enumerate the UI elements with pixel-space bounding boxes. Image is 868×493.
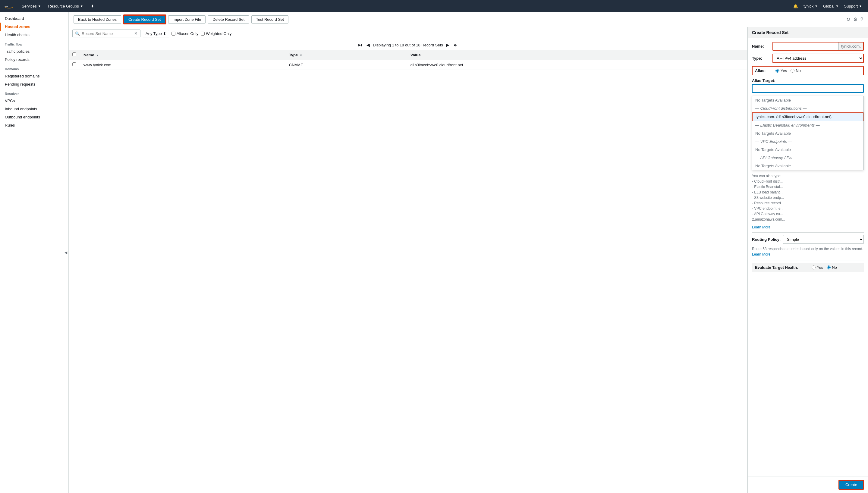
row-checkbox[interactable] [72, 62, 76, 66]
sidebar-item-hosted-zones[interactable]: Hosted zones [0, 23, 63, 31]
resolver-label: Resolver [0, 88, 63, 97]
alias-target-label: Alias Target: [752, 78, 776, 83]
sidebar-item-policy-records[interactable]: Policy records [0, 56, 63, 64]
health-no-radio[interactable] [827, 265, 831, 270]
sidebar-item-health-checks[interactable]: Health checks [0, 31, 63, 39]
type-row: Type: A – IPv4 address [752, 53, 864, 63]
name-input-group: tynick.com. [773, 42, 864, 51]
import-zone-file-button[interactable]: Import Zone File [168, 15, 206, 23]
alias-target-row: Alias Target: [752, 78, 864, 93]
routing-policy-select[interactable]: Simple [783, 235, 864, 244]
create-record-set-panel: Create Record Set Name: tynick.com. Type… [747, 27, 868, 493]
type-select-input[interactable]: A – IPv4 address [773, 53, 864, 63]
alias-no-radio[interactable] [790, 69, 795, 72]
alias-target-input[interactable] [752, 84, 864, 93]
health-no-label[interactable]: No [827, 265, 837, 270]
col-header-name: Name ▲ [80, 50, 285, 60]
create-panel-header: Create Record Set [748, 27, 868, 38]
sidebar-item-rules[interactable]: Rules [0, 121, 63, 129]
alias-target-dropdown: No Targets Available — CloudFront distri… [752, 96, 864, 170]
sidebar-item-dashboard[interactable]: Dashboard [0, 15, 63, 23]
sidebar-item-traffic-policies[interactable]: Traffic policies [0, 47, 63, 56]
create-record-set-button[interactable]: Create Record Set [124, 15, 166, 24]
weighted-only-checkbox[interactable] [201, 31, 204, 36]
user-menu[interactable]: tynick ▼ [801, 0, 820, 12]
weighted-only-checkbox-label[interactable]: Weighted Only [201, 31, 232, 36]
svg-text:aws: aws [5, 5, 8, 7]
type-label: Type: [752, 56, 770, 61]
search-input-wrap: 🔍 ✕ [72, 29, 140, 37]
health-yes-radio[interactable] [812, 265, 816, 270]
bookmark-icon[interactable]: ✦ [88, 3, 97, 9]
routing-policy-row: Routing Policy: Simple [752, 235, 864, 244]
aliases-only-checkbox-label[interactable]: Aliases Only [172, 31, 198, 36]
routing-learn-more-link[interactable]: Learn More [752, 252, 771, 256]
no-targets-item-3: No Targets Available [752, 146, 864, 154]
support-menu[interactable]: Support ▼ [842, 0, 864, 12]
notification-bell[interactable]: 🔔 [791, 0, 801, 12]
sidebar-item-vpcs[interactable]: VPCs [0, 97, 63, 105]
test-record-set-button[interactable]: Test Record Set [251, 15, 288, 23]
back-to-hosted-zones-button[interactable]: Back to Hosted Zones [73, 15, 121, 23]
sidebar-item-inbound-endpoints[interactable]: Inbound endpoints [0, 105, 63, 113]
col-header-type: Type ▼ [285, 50, 407, 60]
search-input[interactable] [82, 31, 132, 36]
delete-record-set-button[interactable]: Delete Record Set [208, 15, 249, 23]
sidebar-item-registered-domains[interactable]: Registered domains [0, 72, 63, 80]
record-value: d1s3itacebvwc0.cloudfront.net [407, 60, 747, 70]
learn-more-link[interactable]: Learn More [752, 225, 771, 229]
sidebar-item-outbound-endpoints[interactable]: Outbound endpoints [0, 113, 63, 121]
create-panel-body: Name: tynick.com. Type: A – IPv4 address [748, 38, 868, 476]
user-arrow-icon: ▼ [815, 4, 818, 8]
alias-yes-label[interactable]: Yes [776, 68, 787, 73]
aws-logo: aws [4, 3, 15, 9]
type-sort-icon: ▼ [300, 53, 303, 57]
name-label: Name: [752, 44, 770, 48]
clear-icon[interactable]: ✕ [134, 31, 138, 36]
create-button[interactable]: Create [839, 480, 864, 489]
alias-row: Alias: Yes No [752, 66, 864, 75]
no-targets-item-1: No Targets Available [752, 96, 864, 104]
name-row: Name: tynick.com. [752, 42, 864, 51]
table-row: www.tynick.com. CNAME d1s3itacebvwc0.clo… [69, 60, 747, 70]
refresh-icon[interactable]: ↻ [846, 17, 850, 22]
type-select-arrow-icon: ⬍ [163, 31, 166, 36]
resource-groups-menu[interactable]: Resource Groups ▼ [46, 0, 86, 12]
region-menu[interactable]: Global ▼ [821, 0, 841, 12]
elastic-header: — Elastic Beanstalk environments — [752, 121, 864, 129]
name-input[interactable] [773, 42, 839, 50]
api-header: — API Gateway APIs — [752, 154, 864, 162]
services-arrow-icon: ▼ [38, 4, 41, 8]
routing-policy-desc: Route 53 responds to queries based only … [752, 246, 864, 257]
sidebar-item-pending-requests[interactable]: Pending requests [0, 80, 63, 88]
health-yes-label[interactable]: Yes [812, 265, 823, 270]
domains-label: Domains [0, 64, 63, 72]
region-arrow-icon: ▼ [836, 4, 839, 8]
name-suffix: tynick.com. [839, 42, 863, 50]
aliases-only-checkbox[interactable] [172, 31, 175, 36]
traffic-flow-label: Traffic flow [0, 39, 63, 47]
alias-radio-group: Yes No [776, 68, 801, 73]
sidebar: Dashboard Hosted zones Health checks Tra… [0, 12, 63, 493]
records-panel: 🔍 ✕ Any Type ⬍ Aliases Only Weight [69, 27, 868, 493]
prev-page-btn[interactable]: ◀ [365, 42, 371, 48]
top-nav-right: 🔔 tynick ▼ Global ▼ Support ▼ [791, 0, 864, 12]
cloudfront-option[interactable]: tynick.com. (d1s3itacebvwc0.cloudfront.n… [752, 112, 864, 121]
help-icon[interactable]: ? [861, 17, 863, 22]
select-all-checkbox[interactable] [72, 52, 76, 56]
type-select[interactable]: Any Type ⬍ [143, 30, 169, 37]
services-menu[interactable]: Services ▼ [19, 0, 43, 12]
next-page-btn[interactable]: ▶ [445, 42, 451, 48]
routing-policy-label: Routing Policy: [752, 237, 781, 242]
sidebar-collapse-btn[interactable]: ◀ [63, 12, 69, 493]
pagination-info: Displaying 1 to 18 out of 18 Record Sets [373, 43, 443, 47]
top-nav: aws Services ▼ Resource Groups ▼ ✦ 🔔 tyn… [0, 0, 868, 12]
alias-label: Alias: [755, 68, 773, 73]
last-page-btn[interactable]: ⏭ [452, 42, 459, 48]
alias-yes-radio[interactable] [776, 69, 779, 72]
create-panel-footer: Create [748, 476, 868, 493]
first-page-btn[interactable]: ⏮ [357, 42, 364, 48]
records-table: Name ▲ Type ▼ Value [69, 50, 747, 70]
alias-no-label[interactable]: No [790, 68, 801, 73]
settings-icon[interactable]: ⚙ [853, 17, 858, 22]
